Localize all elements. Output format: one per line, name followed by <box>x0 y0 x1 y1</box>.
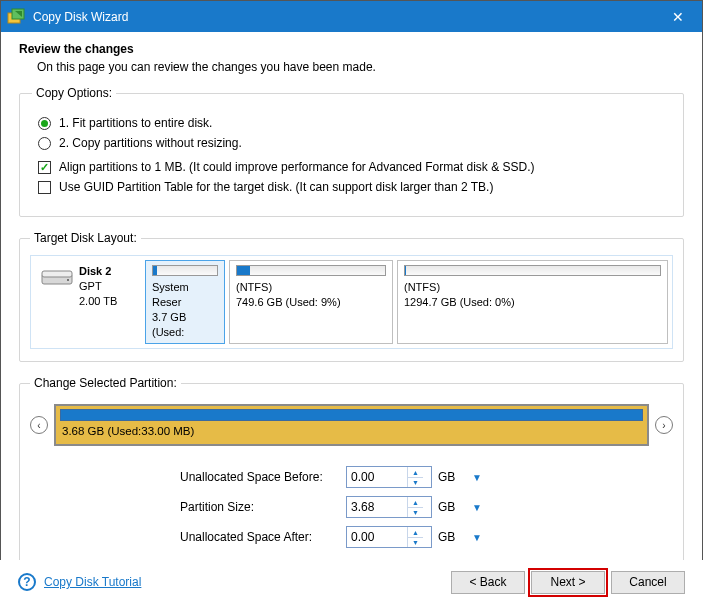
unalloc-after-label: Unallocated Space After: <box>180 530 340 544</box>
copy-options-group: Copy Options: 1. Fit partitions to entir… <box>19 86 684 217</box>
partition-size-input[interactable]: ▲▼ <box>346 496 432 518</box>
unalloc-after-field[interactable] <box>347 527 407 547</box>
radio-fit-partitions[interactable] <box>38 117 51 130</box>
partition-3-info: 1294.7 GB (Used: 0%) <box>404 295 661 310</box>
radio-fit-label[interactable]: 1. Fit partitions to entire disk. <box>59 116 212 130</box>
page-header: Review the changes On this page you can … <box>1 32 702 82</box>
partition-size-field[interactable] <box>347 497 407 517</box>
grow-right-button[interactable]: › <box>655 416 673 434</box>
partition-3[interactable]: (NTFS) 1294.7 GB (Used: 0%) <box>397 260 668 344</box>
tutorial-link[interactable]: Copy Disk Tutorial <box>44 575 141 589</box>
back-button[interactable]: < Back <box>451 571 525 594</box>
disk-name: Disk 2 <box>79 265 111 277</box>
check-use-guid[interactable] <box>38 181 51 194</box>
partition-2-name: (NTFS) <box>236 280 386 295</box>
unalloc-before-field[interactable] <box>347 467 407 487</box>
radio-copy-no-resize[interactable] <box>38 137 51 150</box>
footer: ? Copy Disk Tutorial < Back Next > Cance… <box>0 560 703 604</box>
partition-2-info: 749.6 GB (Used: 9%) <box>236 295 386 310</box>
spin-up-icon[interactable]: ▲ <box>408 467 423 478</box>
partition-1-info: 3.7 GB (Used: <box>152 310 218 340</box>
partition-resize-bar[interactable]: 3.68 GB (Used:33.00 MB) <box>54 404 649 446</box>
check-align-1mb[interactable] <box>38 161 51 174</box>
spin-up-icon[interactable]: ▲ <box>408 527 423 538</box>
used-space-bar <box>60 409 643 421</box>
spin-up-icon[interactable]: ▲ <box>408 497 423 508</box>
change-selected-group: Change Selected Partition: ‹ 3.68 GB (Us… <box>19 376 684 573</box>
check-guid-label[interactable]: Use GUID Partition Table for the target … <box>59 180 493 194</box>
unalloc-before-label: Unallocated Space Before: <box>180 470 340 484</box>
partition-size-label: Partition Size: <box>180 500 340 514</box>
target-layout-legend: Target Disk Layout: <box>30 231 141 245</box>
window-title: Copy Disk Wizard <box>33 10 658 24</box>
page-title: Review the changes <box>19 42 684 56</box>
change-selected-legend: Change Selected Partition: <box>30 376 181 390</box>
check-align-label[interactable]: Align partitions to 1 MB. (It could impr… <box>59 160 535 174</box>
partition-1[interactable]: System Reser 3.7 GB (Used: <box>145 260 225 344</box>
partition-2[interactable]: (NTFS) 749.6 GB (Used: 9%) <box>229 260 393 344</box>
disk-size: 2.00 TB <box>79 295 117 307</box>
shrink-left-button[interactable]: ‹ <box>30 416 48 434</box>
cancel-button[interactable]: Cancel <box>611 571 685 594</box>
unit-label: GB <box>438 470 462 484</box>
unalloc-before-input[interactable]: ▲▼ <box>346 466 432 488</box>
radio-copy-no-resize-label[interactable]: 2. Copy partitions without resizing. <box>59 136 242 150</box>
unit-dropdown[interactable]: ▼ <box>470 470 484 484</box>
page-subtitle: On this page you can review the changes … <box>19 60 684 74</box>
svg-rect-3 <box>42 271 72 277</box>
disk-info: Disk 2 GPT 2.00 TB <box>35 260 141 344</box>
spin-down-icon[interactable]: ▼ <box>408 478 423 488</box>
disk-layout-row: Disk 2 GPT 2.00 TB System Reser 3.7 GB (… <box>30 255 673 349</box>
spin-down-icon[interactable]: ▼ <box>408 508 423 518</box>
unit-dropdown[interactable]: ▼ <box>470 500 484 514</box>
spin-down-icon[interactable]: ▼ <box>408 538 423 548</box>
next-button[interactable]: Next > <box>531 571 605 594</box>
resize-bar-label: 3.68 GB (Used:33.00 MB) <box>56 423 647 437</box>
disk-icon <box>41 268 73 288</box>
disk-type: GPT <box>79 280 102 292</box>
app-icon <box>5 6 27 28</box>
partition-3-name: (NTFS) <box>404 280 661 295</box>
titlebar: Copy Disk Wizard ✕ <box>1 1 702 32</box>
target-layout-group: Target Disk Layout: Disk 2 GPT 2.00 TB S… <box>19 231 684 362</box>
unit-label: GB <box>438 500 462 514</box>
unit-label: GB <box>438 530 462 544</box>
close-icon[interactable]: ✕ <box>658 1 698 32</box>
svg-point-4 <box>67 279 69 281</box>
copy-options-legend: Copy Options: <box>32 86 116 100</box>
svg-rect-1 <box>12 9 24 19</box>
unit-dropdown[interactable]: ▼ <box>470 530 484 544</box>
partition-1-name: System Reser <box>152 280 218 310</box>
help-icon[interactable]: ? <box>18 573 36 591</box>
unalloc-after-input[interactable]: ▲▼ <box>346 526 432 548</box>
